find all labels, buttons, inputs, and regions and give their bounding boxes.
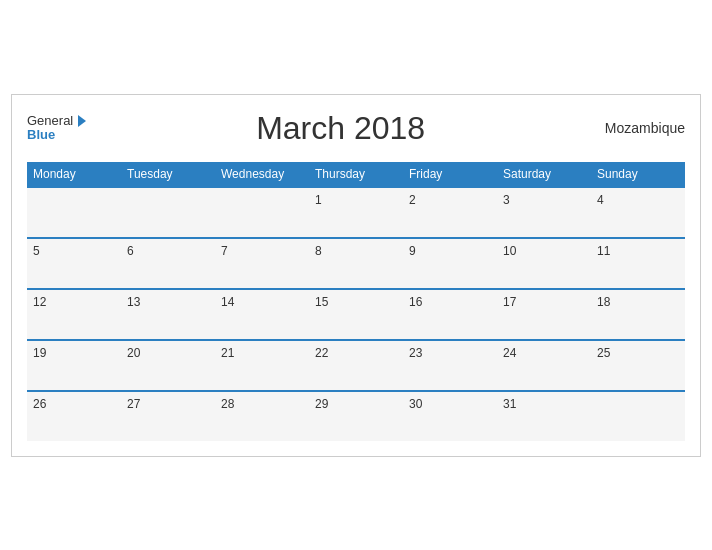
weekday-header: Thursday (309, 162, 403, 187)
day-number: 20 (127, 346, 140, 360)
calendar-day-cell: 23 (403, 340, 497, 391)
day-number: 31 (503, 397, 516, 411)
calendar-day-cell: 27 (121, 391, 215, 441)
day-number: 5 (33, 244, 40, 258)
calendar-day-cell: 14 (215, 289, 309, 340)
day-number: 10 (503, 244, 516, 258)
day-number: 12 (33, 295, 46, 309)
day-number: 24 (503, 346, 516, 360)
calendar-day-cell: 28 (215, 391, 309, 441)
calendar-title: March 2018 (86, 110, 595, 147)
calendar-day-cell (27, 187, 121, 238)
day-number: 3 (503, 193, 510, 207)
calendar-body: 1234567891011121314151617181920212223242… (27, 187, 685, 441)
day-number: 30 (409, 397, 422, 411)
calendar-day-cell: 13 (121, 289, 215, 340)
day-number: 14 (221, 295, 234, 309)
calendar-day-cell: 12 (27, 289, 121, 340)
calendar-day-cell: 18 (591, 289, 685, 340)
calendar-day-cell: 5 (27, 238, 121, 289)
day-number: 25 (597, 346, 610, 360)
day-number: 28 (221, 397, 234, 411)
calendar-day-cell: 26 (27, 391, 121, 441)
day-number: 29 (315, 397, 328, 411)
calendar-day-cell: 20 (121, 340, 215, 391)
calendar-day-cell: 30 (403, 391, 497, 441)
calendar-day-cell: 22 (309, 340, 403, 391)
weekday-header: Tuesday (121, 162, 215, 187)
logo-triangle-icon (78, 115, 86, 127)
day-number: 19 (33, 346, 46, 360)
calendar-day-cell: 31 (497, 391, 591, 441)
day-number: 15 (315, 295, 328, 309)
day-number: 6 (127, 244, 134, 258)
calendar-week-row: 262728293031 (27, 391, 685, 441)
calendar-country: Mozambique (595, 120, 685, 136)
calendar-day-cell (215, 187, 309, 238)
calendar-day-cell: 15 (309, 289, 403, 340)
calendar-day-cell: 2 (403, 187, 497, 238)
calendar-day-cell (121, 187, 215, 238)
calendar-day-cell: 16 (403, 289, 497, 340)
day-number: 18 (597, 295, 610, 309)
calendar-day-cell: 6 (121, 238, 215, 289)
logo-blue-text: Blue (27, 128, 55, 142)
calendar-week-row: 567891011 (27, 238, 685, 289)
day-number: 13 (127, 295, 140, 309)
calendar-day-cell: 11 (591, 238, 685, 289)
day-number: 11 (597, 244, 610, 258)
weekday-header: Friday (403, 162, 497, 187)
day-number: 27 (127, 397, 140, 411)
calendar-container: General Blue March 2018 Mozambique Monda… (11, 94, 701, 457)
calendar-day-cell: 29 (309, 391, 403, 441)
calendar-day-cell: 19 (27, 340, 121, 391)
weekday-header: Monday (27, 162, 121, 187)
calendar-day-cell: 24 (497, 340, 591, 391)
day-number: 1 (315, 193, 322, 207)
calendar-day-cell: 9 (403, 238, 497, 289)
calendar-day-cell: 4 (591, 187, 685, 238)
days-of-week-row: MondayTuesdayWednesdayThursdayFridaySatu… (27, 162, 685, 187)
calendar-day-cell: 21 (215, 340, 309, 391)
weekday-header: Wednesday (215, 162, 309, 187)
day-number: 26 (33, 397, 46, 411)
calendar-header: General Blue March 2018 Mozambique (27, 105, 685, 152)
calendar-header-row: MondayTuesdayWednesdayThursdayFridaySatu… (27, 162, 685, 187)
day-number: 16 (409, 295, 422, 309)
day-number: 21 (221, 346, 234, 360)
calendar-day-cell: 3 (497, 187, 591, 238)
calendar-day-cell: 7 (215, 238, 309, 289)
calendar-day-cell: 10 (497, 238, 591, 289)
calendar-week-row: 19202122232425 (27, 340, 685, 391)
day-number: 17 (503, 295, 516, 309)
day-number: 7 (221, 244, 228, 258)
calendar-day-cell: 8 (309, 238, 403, 289)
day-number: 4 (597, 193, 604, 207)
calendar-grid: MondayTuesdayWednesdayThursdayFridaySatu… (27, 162, 685, 441)
calendar-week-row: 1234 (27, 187, 685, 238)
day-number: 8 (315, 244, 322, 258)
calendar-day-cell: 25 (591, 340, 685, 391)
day-number: 22 (315, 346, 328, 360)
day-number: 9 (409, 244, 416, 258)
calendar-day-cell (591, 391, 685, 441)
day-number: 23 (409, 346, 422, 360)
weekday-header: Sunday (591, 162, 685, 187)
weekday-header: Saturday (497, 162, 591, 187)
calendar-day-cell: 1 (309, 187, 403, 238)
logo: General Blue (27, 114, 86, 143)
day-number: 2 (409, 193, 416, 207)
calendar-day-cell: 17 (497, 289, 591, 340)
calendar-week-row: 12131415161718 (27, 289, 685, 340)
logo-general-text: General (27, 114, 73, 128)
